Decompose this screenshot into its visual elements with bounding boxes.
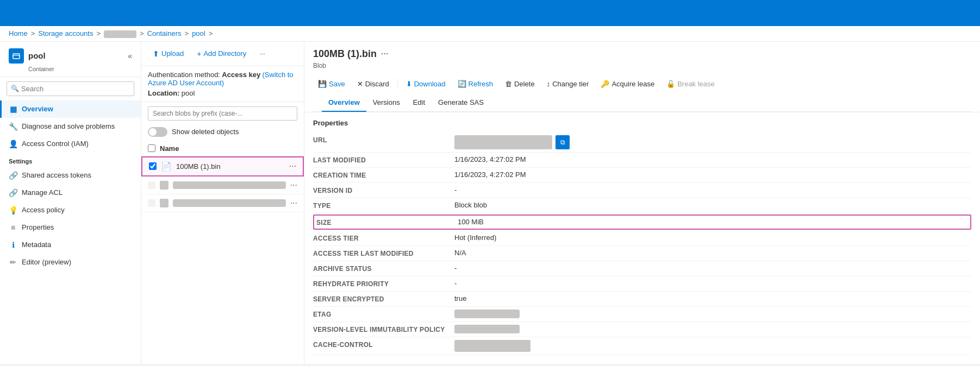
add-directory-button[interactable]: + Add Directory (192, 46, 251, 61)
svg-rect-0 (13, 54, 20, 59)
acquire-lease-button[interactable]: 🔑 Acquire lease (596, 77, 659, 91)
search-box: 🔍 (7, 81, 134, 96)
location-info: Location: pool (148, 89, 297, 97)
prop-url-label: URL (313, 135, 454, 144)
settings-section-header: Settings (0, 153, 141, 167)
acquire-lease-icon: 🔑 (601, 80, 609, 88)
tab-edit[interactable]: Edit (407, 94, 432, 112)
diagnose-icon: 🔧 (9, 122, 17, 131)
sidebar-item-access-policy[interactable]: 💡 Access policy (0, 201, 141, 219)
prop-last-modified-label: LAST MODIFIED (313, 155, 454, 164)
file-checkbox-1[interactable] (149, 162, 157, 170)
etag-blurred (454, 310, 520, 318)
change-tier-icon: ↕ (547, 80, 551, 88)
sidebar-item-diagnose[interactable]: 🔧 Diagnose and solve problems (0, 118, 141, 135)
file-more-btn-1[interactable]: ··· (289, 161, 296, 171)
container-icon (9, 48, 24, 64)
prop-creation-time-value: 1/16/2023, 4:27:02 PM (454, 171, 971, 179)
center-more-button[interactable]: ··· (254, 46, 270, 61)
discard-icon: ✕ (357, 80, 363, 88)
delete-label: Delete (514, 80, 535, 88)
name-column-header: Name (160, 144, 179, 153)
blob-title-row: 100MB (1).bin ··· (313, 48, 971, 60)
sidebar-header: pool « Container (0, 42, 141, 77)
blob-more-btn[interactable]: ··· (381, 49, 388, 59)
sidebar-collapse-btn[interactable]: « (128, 52, 132, 60)
prop-last-modified-row: LAST MODIFIED 1/16/2023, 4:27:02 PM (313, 153, 971, 168)
prop-rehydrate-label: REHYDRATE PRIORITY (313, 279, 454, 288)
center-more-icon: ··· (259, 49, 265, 58)
discard-button[interactable]: ✕ Discard (352, 77, 394, 91)
prop-version-id-label: VERSION ID (313, 186, 454, 194)
search-prefix-container (148, 106, 297, 121)
sidebar-item-overview-label: Overview (22, 105, 53, 113)
sidebar-title: pool (28, 51, 46, 60)
break-lease-button[interactable]: 🔓 Break lease (661, 77, 720, 91)
version-immutability-blurred (454, 325, 520, 333)
editor-icon: ✏ (9, 258, 17, 267)
upload-button[interactable]: ⬆ Upload (148, 46, 189, 61)
breadcrumb-storage-accounts[interactable]: Storage accounts (38, 29, 93, 37)
upload-icon: ⬆ (153, 49, 159, 58)
metadata-icon: ℹ (9, 241, 17, 249)
select-all-checkbox[interactable] (148, 144, 155, 152)
sidebar-item-manage-acl[interactable]: 🔗 Manage ACL (0, 184, 141, 201)
copy-url-btn[interactable]: ⧉ (555, 135, 570, 149)
tab-generate-sas[interactable]: Generate SAS (432, 94, 490, 112)
prop-etag-value (454, 310, 971, 318)
prop-server-encrypted-label: SERVER ENCRYPTED (313, 294, 454, 303)
acquire-lease-label: Acquire lease (611, 80, 654, 88)
add-directory-icon: + (197, 49, 201, 58)
prop-version-immutability-label: VERSION-LEVEL IMMUTABILITY POLICY (313, 325, 454, 333)
sidebar-item-properties[interactable]: ≡ Properties (0, 219, 141, 236)
sidebar-item-editor[interactable]: ✏ Editor (preview) (0, 254, 141, 271)
sidebar-logo-row: pool « (9, 48, 132, 64)
breadcrumb-sep4: > (185, 29, 189, 37)
save-button[interactable]: 💾 Save (313, 77, 350, 91)
prop-archive-status-label: ARCHIVE STATUS (313, 264, 454, 273)
prop-version-id-value: - (454, 186, 971, 194)
right-content: Properties URL ⧉ LAST MODIFIED 1/16/2023… (304, 112, 980, 364)
prop-rehydrate-row: REHYDRATE PRIORITY - (313, 276, 971, 292)
break-lease-icon: 🔓 (666, 80, 675, 88)
sidebar-item-shared-access[interactable]: 🔗 Shared access tokens (0, 167, 141, 184)
blob-subtitle: Blob (313, 62, 971, 70)
prop-etag-row: ETAG (313, 307, 971, 322)
tab-overview[interactable]: Overview (322, 94, 366, 112)
prop-version-immutability-row: VERSION-LEVEL IMMUTABILITY POLICY (313, 322, 971, 337)
main-layout: pool « Container 🔍 ▦ Overview 🔧 Diagnose… (0, 42, 980, 364)
tab-versions[interactable]: Versions (366, 94, 407, 112)
search-icon: 🔍 (11, 85, 19, 92)
sidebar-item-metadata[interactable]: ℹ Metadata (0, 236, 141, 254)
prop-access-tier-value: Hot (Inferred) (454, 234, 971, 242)
sidebar-item-access-control[interactable]: 👤 Access Control (IAM) (0, 135, 141, 153)
file-item-1[interactable]: 📄 100MB (1).bin ··· (141, 156, 304, 176)
show-deleted-row: Show deleted objects (141, 125, 304, 141)
search-input[interactable] (7, 81, 134, 96)
breadcrumb-pool[interactable]: pool (192, 29, 205, 37)
download-button[interactable]: ⬇ Download (401, 77, 451, 91)
auth-method-prefix: Authentication method: (148, 71, 220, 79)
right-header: 100MB (1).bin ··· Blob 💾 Save ✕ Discard … (304, 42, 980, 112)
delete-button[interactable]: 🗑 Delete (500, 77, 540, 91)
prop-size-value: 100 MiB (458, 218, 968, 226)
change-tier-button[interactable]: ↕ Change tier (542, 77, 594, 91)
show-deleted-toggle[interactable] (148, 127, 167, 137)
file-name-1: 100MB (1).bin (176, 162, 285, 171)
access-policy-icon: 💡 (9, 206, 17, 214)
breadcrumb-home[interactable]: Home (9, 29, 28, 37)
prop-server-encrypted-row: SERVER ENCRYPTED true (313, 292, 971, 307)
prop-access-tier-modified-row: ACCESS TIER LAST MODIFIED N/A (313, 246, 971, 261)
prop-server-encrypted-value: true (454, 294, 971, 302)
refresh-button[interactable]: 🔄 Refresh (453, 77, 498, 91)
prop-last-modified-value: 1/16/2023, 4:27:02 PM (454, 155, 971, 163)
center-toolbar: ⬆ Upload + Add Directory ··· (141, 42, 304, 66)
location-value: pool (182, 89, 195, 97)
breadcrumb-containers[interactable]: Containers (147, 29, 182, 37)
sidebar: pool « Container 🔍 ▦ Overview 🔧 Diagnose… (0, 42, 141, 364)
refresh-icon: 🔄 (458, 80, 466, 88)
sidebar-item-overview[interactable]: ▦ Overview (0, 100, 141, 118)
sidebar-item-diagnose-label: Diagnose and solve problems (22, 122, 115, 130)
prop-size-row: SIZE 100 MiB (313, 214, 971, 230)
search-prefix-input[interactable] (148, 106, 297, 121)
